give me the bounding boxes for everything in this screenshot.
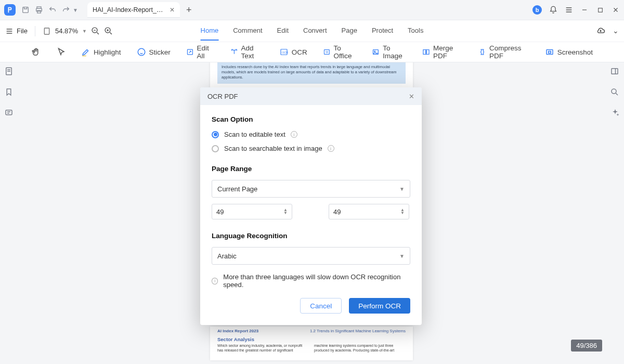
- radio-editable-text[interactable]: Scan to editable text i: [212, 131, 410, 138]
- merge-pdf-tool[interactable]: Merge PDF: [422, 44, 463, 60]
- compress-pdf-label: Compress PDF: [489, 44, 529, 60]
- svg-point-15: [374, 51, 375, 52]
- info-icon: i: [212, 278, 218, 284]
- merge-pdf-label: Merge PDF: [433, 44, 463, 60]
- zoom-controls: 54.87% ▼: [43, 27, 113, 35]
- radio-icon[interactable]: [212, 131, 219, 138]
- bookmark-icon[interactable]: [4, 87, 14, 97]
- undo-icon[interactable]: [48, 5, 57, 15]
- menu-convert[interactable]: Convert: [303, 21, 327, 41]
- new-tab-button[interactable]: +: [186, 5, 192, 16]
- menu-edit[interactable]: Edit: [277, 21, 289, 41]
- zoom-out-icon[interactable]: [91, 27, 100, 35]
- menubar-right: ⌄: [596, 27, 619, 36]
- range-to-input[interactable]: 49 ▲▼: [329, 204, 409, 219]
- chevron-down-icon[interactable]: ⌄: [613, 27, 619, 36]
- language-label: Language Recognition: [212, 232, 410, 240]
- menu-home[interactable]: Home: [201, 21, 219, 41]
- right-sidebar: [605, 62, 624, 118]
- zoom-value[interactable]: 54.87%: [55, 27, 78, 35]
- file-label: File: [17, 27, 28, 35]
- range-from-input[interactable]: 49 ▲▼: [212, 204, 292, 219]
- svg-text:OCR: OCR: [282, 51, 288, 54]
- zoom-in-icon[interactable]: [104, 27, 113, 35]
- screenshot-label: Screenshot: [557, 48, 593, 56]
- document-tab[interactable]: HAI_AI-Index-Report_20… ✕: [87, 2, 180, 18]
- account-badge[interactable]: b: [532, 5, 542, 15]
- to-office-tool[interactable]: WTo Office: [323, 44, 357, 60]
- svg-rect-0: [23, 7, 29, 13]
- dialog-close-icon[interactable]: ✕: [409, 93, 414, 100]
- menubar: File 54.87% ▼ Home Comment Edit Convert …: [0, 20, 624, 42]
- hamburger-icon[interactable]: [565, 6, 573, 14]
- to-image-label: To Image: [383, 44, 407, 60]
- page-range-select[interactable]: Current Page ▼: [212, 180, 410, 198]
- to-image-tool[interactable]: To Image: [372, 44, 407, 60]
- ocr-label: OCR: [292, 48, 307, 56]
- titlebar-right: b: [532, 5, 620, 15]
- file-menu[interactable]: File: [5, 27, 28, 35]
- tab-title: HAI_AI-Index-Report_20…: [93, 6, 165, 14]
- thumbnails-icon[interactable]: [4, 67, 14, 76]
- menu-page[interactable]: Page: [342, 21, 357, 41]
- add-text-tool[interactable]: Add Text: [230, 44, 264, 60]
- maximize-icon[interactable]: [596, 6, 604, 14]
- chevron-down-icon: ▼: [399, 253, 405, 259]
- save-icon[interactable]: [21, 5, 30, 15]
- edit-all-label: Edit All: [197, 44, 215, 60]
- cancel-button[interactable]: Cancel: [300, 298, 342, 314]
- page-fit-icon[interactable]: [43, 27, 51, 35]
- page-footer-left: AI Index Report 2023: [217, 329, 258, 333]
- svg-rect-4: [598, 8, 602, 12]
- edit-all-tool[interactable]: Edit All: [186, 44, 215, 60]
- highlight-tool[interactable]: Highlight: [81, 47, 121, 57]
- close-icon[interactable]: [612, 6, 620, 14]
- radio-icon[interactable]: [212, 145, 219, 152]
- sector-title: Sector Analysis: [217, 336, 406, 342]
- redo-icon[interactable]: [61, 5, 71, 15]
- select-tool[interactable]: [56, 47, 66, 57]
- bell-icon[interactable]: [549, 6, 557, 14]
- cloud-icon[interactable]: [596, 27, 605, 36]
- ai-sparkle-icon[interactable]: [610, 108, 619, 118]
- tab-close-icon[interactable]: ✕: [170, 6, 175, 14]
- ocr-tool[interactable]: OCROCR: [279, 47, 307, 57]
- compress-pdf-tool[interactable]: Compress PDF: [478, 44, 529, 60]
- page-counter[interactable]: 49/386: [571, 340, 602, 352]
- separator: [35, 26, 35, 36]
- menu-tools[interactable]: Tools: [408, 21, 423, 41]
- language-hint: More than three languages will slow down…: [223, 273, 410, 289]
- sticker-label: Sticker: [149, 48, 171, 56]
- hand-tool[interactable]: [31, 47, 41, 57]
- zoom-dropdown-icon[interactable]: ▼: [82, 29, 87, 34]
- screenshot-tool[interactable]: Screenshot: [545, 47, 593, 57]
- page-blurb: Includes research done by the AI Index t…: [217, 62, 406, 84]
- quick-dropdown-icon[interactable]: ▼: [73, 7, 78, 13]
- info-icon[interactable]: i: [328, 145, 334, 152]
- to-office-label: To Office: [333, 44, 356, 60]
- menu-protect[interactable]: Protect: [372, 21, 393, 41]
- spinner-arrows[interactable]: ▲▼: [400, 209, 405, 215]
- minimize-icon[interactable]: [580, 6, 589, 14]
- perform-ocr-button[interactable]: Perform OCR: [349, 298, 410, 314]
- info-icon[interactable]: i: [291, 131, 297, 138]
- search-icon[interactable]: [610, 87, 619, 97]
- svg-rect-19: [548, 51, 551, 54]
- language-value: Arabic: [217, 252, 237, 260]
- language-select[interactable]: Arabic ▼: [212, 247, 410, 265]
- column-1: Which sector among industry, academia, o…: [217, 343, 309, 353]
- toolbar: Highlight Sticker Edit All Add Text OCRO…: [0, 42, 624, 62]
- svg-text:W: W: [326, 50, 329, 54]
- page-footer-right: 1.2 Trends in Significant Machine Learni…: [310, 329, 406, 333]
- comments-icon[interactable]: [4, 108, 14, 118]
- panel-icon[interactable]: [610, 67, 619, 76]
- menu-comment[interactable]: Comment: [233, 21, 262, 41]
- sticker-tool[interactable]: Sticker: [137, 47, 171, 57]
- left-sidebar: [0, 62, 18, 118]
- range-to-value: 49: [333, 208, 341, 216]
- range-from-value: 49: [216, 208, 224, 216]
- radio-searchable-text[interactable]: Scan to searchable text in image i: [212, 145, 410, 152]
- spinner-arrows[interactable]: ▲▼: [283, 209, 288, 215]
- svg-rect-22: [612, 69, 618, 74]
- print-icon[interactable]: [34, 5, 44, 15]
